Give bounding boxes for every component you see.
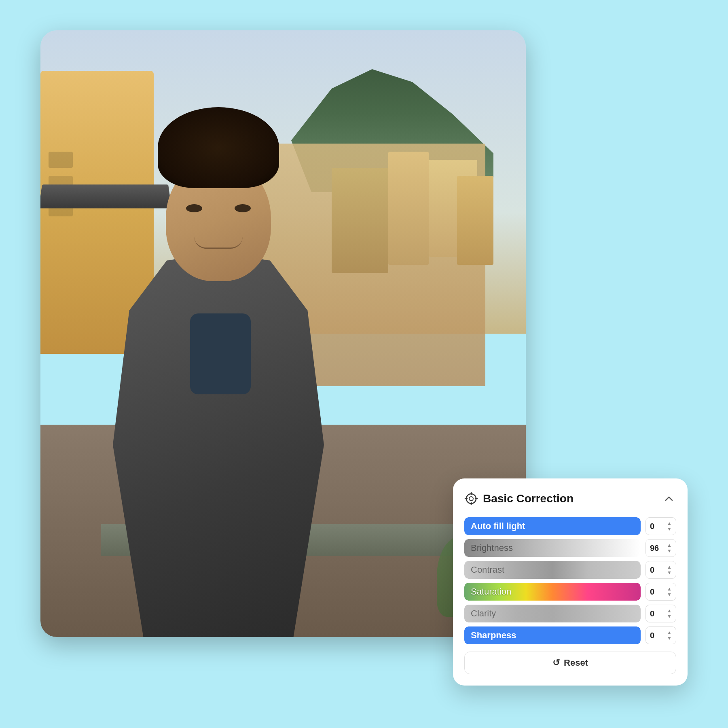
auto-fill-light-spinner[interactable]: 0 ▲ ▼ (645, 517, 676, 535)
sharpness-label: Sharpness (471, 630, 516, 641)
sharpness-row: Sharpness 0 ▲ ▼ (464, 626, 676, 644)
sharpness-value: 0 (650, 631, 654, 640)
panel-title: Basic Correction (483, 492, 574, 505)
collapse-button[interactable] (662, 491, 676, 506)
main-container: Basic Correction Auto fill light 0 (40, 30, 688, 698)
saturation-value: 0 (650, 587, 654, 597)
auto-fill-light-label: Auto fill light (471, 521, 525, 531)
left-eye (186, 204, 202, 212)
clarity-arrows[interactable]: ▲ ▼ (667, 608, 672, 619)
contrast-slider[interactable]: Contrast (464, 561, 641, 579)
reset-label: Reset (564, 658, 588, 668)
clarity-row: Clarity 0 ▲ ▼ (464, 605, 676, 622)
person-jacket (101, 253, 336, 637)
panel-header-left: Basic Correction (464, 492, 574, 506)
building-3 (457, 176, 493, 265)
svg-point-0 (466, 494, 476, 504)
auto-fill-light-arrows[interactable]: ▲ ▼ (667, 521, 672, 531)
brightness-value: 96 (650, 544, 659, 553)
reset-button[interactable]: ↺ Reset (464, 652, 676, 674)
saturation-slider[interactable]: Saturation (464, 583, 641, 601)
sharpness-arrows[interactable]: ▲ ▼ (667, 630, 672, 641)
brightness-label: Brightness (471, 543, 513, 553)
brightness-up[interactable]: ▲ (667, 543, 672, 548)
clarity-value: 0 (650, 609, 654, 618)
basic-correction-panel: Basic Correction Auto fill light 0 (453, 478, 688, 686)
person-hair (158, 107, 279, 188)
auto-fill-light-down[interactable]: ▼ (667, 527, 672, 531)
saturation-down[interactable]: ▼ (667, 592, 672, 597)
turtleneck (190, 313, 251, 394)
saturation-label: Saturation (471, 586, 511, 597)
clarity-spinner[interactable]: 0 ▲ ▼ (645, 605, 676, 622)
brightness-slider[interactable]: Brightness (464, 539, 641, 557)
contrast-arrows[interactable]: ▲ ▼ (667, 565, 672, 575)
sharpness-spinner[interactable]: 0 ▲ ▼ (645, 626, 676, 644)
auto-fill-light-value: 0 (650, 522, 654, 531)
saturation-arrows[interactable]: ▲ ▼ (667, 586, 672, 597)
right-eye (235, 204, 251, 212)
sharpness-slider[interactable]: Sharpness (464, 626, 641, 644)
clarity-label: Clarity (471, 608, 496, 619)
reset-icon: ↺ (552, 658, 560, 668)
panel-icon (464, 492, 478, 506)
auto-fill-light-up[interactable]: ▲ (667, 521, 672, 526)
sharpness-down[interactable]: ▼ (667, 636, 672, 641)
auto-fill-light-slider[interactable]: Auto fill light (464, 517, 641, 535)
brightness-arrows[interactable]: ▲ ▼ (667, 543, 672, 553)
brightness-down[interactable]: ▼ (667, 548, 672, 553)
brightness-row: Brightness 96 ▲ ▼ (464, 539, 676, 557)
saturation-spinner[interactable]: 0 ▲ ▼ (645, 583, 676, 601)
clarity-up[interactable]: ▲ (667, 608, 672, 613)
contrast-spinner[interactable]: 0 ▲ ▼ (645, 561, 676, 579)
contrast-value: 0 (650, 565, 654, 575)
auto-fill-light-row: Auto fill light 0 ▲ ▼ (464, 517, 676, 535)
contrast-row: Contrast 0 ▲ ▼ (464, 561, 676, 579)
smile (194, 237, 243, 249)
clarity-slider[interactable]: Clarity (464, 605, 641, 622)
controls-list: Auto fill light 0 ▲ ▼ Brightness (464, 517, 676, 644)
clarity-down[interactable]: ▼ (667, 614, 672, 619)
saturation-row: Saturation 0 ▲ ▼ (464, 583, 676, 601)
contrast-down[interactable]: ▼ (667, 570, 672, 575)
sharpness-up[interactable]: ▲ (667, 630, 672, 635)
svg-point-1 (469, 497, 473, 501)
contrast-up[interactable]: ▲ (667, 565, 672, 569)
panel-header: Basic Correction (464, 491, 676, 506)
person-area (101, 192, 344, 637)
contrast-label: Contrast (471, 565, 504, 575)
saturation-up[interactable]: ▲ (667, 586, 672, 591)
window-detail (49, 152, 73, 168)
brightness-spinner[interactable]: 96 ▲ ▼ (645, 539, 676, 557)
building-2 (388, 152, 429, 265)
